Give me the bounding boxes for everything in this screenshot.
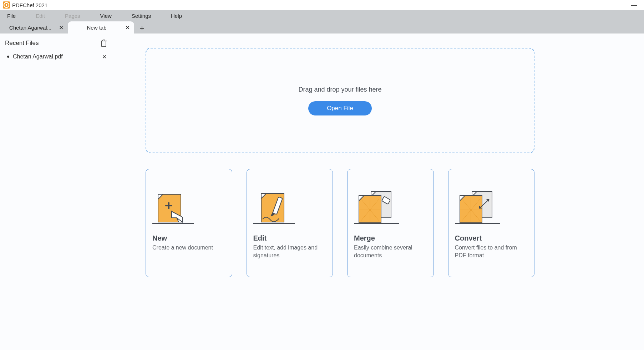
- card-title: New: [152, 234, 225, 242]
- card-description: Easily combine several documents: [354, 244, 427, 259]
- window-minimize-button[interactable]: —: [627, 1, 641, 9]
- convert-documents-icon: [453, 180, 528, 226]
- menu-file[interactable]: File: [7, 13, 16, 19]
- recent-file-item[interactable]: Chetan Agarwal.pdf ✕: [4, 51, 109, 63]
- app-logo-icon: [3, 1, 10, 9]
- recent-file-name: Chetan Agarwal.pdf: [13, 53, 97, 60]
- edit-document-icon: [252, 180, 326, 226]
- card-convert[interactable]: Convert Convert files to and from PDF fo…: [448, 169, 535, 277]
- card-title: Merge: [354, 234, 427, 242]
- card-description: Create a new document: [152, 244, 225, 252]
- new-document-icon: [151, 180, 225, 226]
- card-merge[interactable]: Merge Easily combine several documents: [347, 169, 434, 277]
- card-description: Convert files to and from PDF format: [455, 244, 528, 259]
- close-icon[interactable]: ✕: [58, 24, 64, 31]
- merge-documents-icon: [353, 180, 427, 226]
- trash-icon[interactable]: [100, 39, 107, 47]
- action-cards: New Create a new document Edit Edit: [146, 169, 534, 277]
- main-area: Drag and drop your files here Open File …: [111, 34, 644, 350]
- svg-point-2: [6, 4, 7, 6]
- card-title: Convert: [455, 234, 528, 242]
- close-icon[interactable]: ✕: [101, 53, 107, 60]
- sidebar-header: Recent Files: [4, 39, 109, 51]
- tab-new[interactable]: New tab ✕: [68, 21, 134, 34]
- menu-pages: Pages: [65, 13, 80, 19]
- menu-edit: Edit: [36, 13, 45, 19]
- title-bar: PDFChef 2021 —: [0, 0, 644, 10]
- card-description: Edit text, add images and signatures: [253, 244, 326, 259]
- card-title: Edit: [253, 234, 326, 242]
- close-icon[interactable]: ✕: [124, 24, 131, 31]
- drop-zone[interactable]: Drag and drop your files here Open File: [146, 48, 534, 153]
- card-edit[interactable]: Edit Edit text, add images and signature…: [247, 169, 333, 277]
- sidebar: Recent Files Chetan Agarwal.pdf ✕: [0, 34, 111, 350]
- tab-document[interactable]: Chetan Agarwal... ✕: [1, 21, 68, 34]
- menu-view[interactable]: View: [100, 13, 112, 19]
- tab-label: Chetan Agarwal...: [6, 25, 54, 31]
- drop-zone-text: Drag and drop your files here: [298, 86, 381, 93]
- bullet-icon: [7, 56, 9, 58]
- tab-label: New tab: [73, 25, 121, 31]
- recent-files-title: Recent Files: [5, 40, 39, 47]
- app-title: PDFChef 2021: [12, 2, 627, 8]
- menu-bar: File Edit Pages View Settings Help: [0, 10, 644, 21]
- add-tab-button[interactable]: +: [137, 24, 147, 34]
- menu-settings[interactable]: Settings: [132, 13, 151, 19]
- body-area: Recent Files Chetan Agarwal.pdf ✕ Drag a…: [0, 34, 644, 350]
- card-new[interactable]: New Create a new document: [146, 169, 232, 277]
- tabs-row: Chetan Agarwal... ✕ New tab ✕ +: [0, 21, 644, 34]
- menu-help[interactable]: Help: [171, 13, 182, 19]
- open-file-button[interactable]: Open File: [308, 101, 372, 115]
